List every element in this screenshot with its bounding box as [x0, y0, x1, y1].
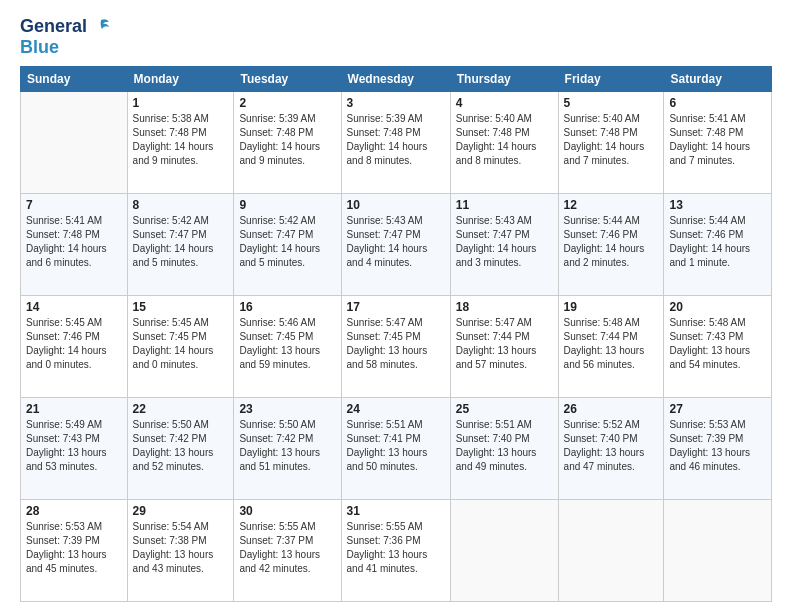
day-info: Sunrise: 5:49 AM Sunset: 7:43 PM Dayligh… [26, 418, 122, 474]
col-header-thursday: Thursday [450, 66, 558, 91]
day-info: Sunrise: 5:55 AM Sunset: 7:36 PM Dayligh… [347, 520, 445, 576]
day-cell: 23Sunrise: 5:50 AM Sunset: 7:42 PM Dayli… [234, 397, 341, 499]
day-cell: 9Sunrise: 5:42 AM Sunset: 7:47 PM Daylig… [234, 193, 341, 295]
day-number: 30 [239, 504, 335, 518]
day-number: 10 [347, 198, 445, 212]
day-cell: 30Sunrise: 5:55 AM Sunset: 7:37 PM Dayli… [234, 499, 341, 601]
day-info: Sunrise: 5:41 AM Sunset: 7:48 PM Dayligh… [26, 214, 122, 270]
day-info: Sunrise: 5:39 AM Sunset: 7:48 PM Dayligh… [239, 112, 335, 168]
day-number: 3 [347, 96, 445, 110]
day-number: 6 [669, 96, 766, 110]
logo-general: General [20, 17, 87, 37]
day-cell: 29Sunrise: 5:54 AM Sunset: 7:38 PM Dayli… [127, 499, 234, 601]
day-number: 4 [456, 96, 553, 110]
day-info: Sunrise: 5:51 AM Sunset: 7:40 PM Dayligh… [456, 418, 553, 474]
day-cell [21, 91, 128, 193]
col-header-friday: Friday [558, 66, 664, 91]
day-info: Sunrise: 5:47 AM Sunset: 7:44 PM Dayligh… [456, 316, 553, 372]
day-info: Sunrise: 5:55 AM Sunset: 7:37 PM Dayligh… [239, 520, 335, 576]
day-cell: 6Sunrise: 5:41 AM Sunset: 7:48 PM Daylig… [664, 91, 772, 193]
day-info: Sunrise: 5:40 AM Sunset: 7:48 PM Dayligh… [456, 112, 553, 168]
day-number: 13 [669, 198, 766, 212]
day-cell: 12Sunrise: 5:44 AM Sunset: 7:46 PM Dayli… [558, 193, 664, 295]
day-cell: 18Sunrise: 5:47 AM Sunset: 7:44 PM Dayli… [450, 295, 558, 397]
day-cell: 28Sunrise: 5:53 AM Sunset: 7:39 PM Dayli… [21, 499, 128, 601]
day-number: 31 [347, 504, 445, 518]
day-info: Sunrise: 5:47 AM Sunset: 7:45 PM Dayligh… [347, 316, 445, 372]
day-cell: 24Sunrise: 5:51 AM Sunset: 7:41 PM Dayli… [341, 397, 450, 499]
week-row-2: 14Sunrise: 5:45 AM Sunset: 7:46 PM Dayli… [21, 295, 772, 397]
day-info: Sunrise: 5:53 AM Sunset: 7:39 PM Dayligh… [26, 520, 122, 576]
day-cell: 19Sunrise: 5:48 AM Sunset: 7:44 PM Dayli… [558, 295, 664, 397]
day-cell [664, 499, 772, 601]
day-cell: 17Sunrise: 5:47 AM Sunset: 7:45 PM Dayli… [341, 295, 450, 397]
day-number: 15 [133, 300, 229, 314]
day-info: Sunrise: 5:54 AM Sunset: 7:38 PM Dayligh… [133, 520, 229, 576]
day-cell: 10Sunrise: 5:43 AM Sunset: 7:47 PM Dayli… [341, 193, 450, 295]
day-number: 20 [669, 300, 766, 314]
col-header-monday: Monday [127, 66, 234, 91]
week-row-4: 28Sunrise: 5:53 AM Sunset: 7:39 PM Dayli… [21, 499, 772, 601]
col-header-tuesday: Tuesday [234, 66, 341, 91]
day-number: 22 [133, 402, 229, 416]
day-cell: 7Sunrise: 5:41 AM Sunset: 7:48 PM Daylig… [21, 193, 128, 295]
day-info: Sunrise: 5:53 AM Sunset: 7:39 PM Dayligh… [669, 418, 766, 474]
day-number: 8 [133, 198, 229, 212]
header-row: SundayMondayTuesdayWednesdayThursdayFrid… [21, 66, 772, 91]
day-cell: 3Sunrise: 5:39 AM Sunset: 7:48 PM Daylig… [341, 91, 450, 193]
day-cell: 31Sunrise: 5:55 AM Sunset: 7:36 PM Dayli… [341, 499, 450, 601]
day-info: Sunrise: 5:41 AM Sunset: 7:48 PM Dayligh… [669, 112, 766, 168]
day-number: 12 [564, 198, 659, 212]
day-cell [558, 499, 664, 601]
day-number: 26 [564, 402, 659, 416]
day-cell: 2Sunrise: 5:39 AM Sunset: 7:48 PM Daylig… [234, 91, 341, 193]
day-cell [450, 499, 558, 601]
col-header-sunday: Sunday [21, 66, 128, 91]
day-info: Sunrise: 5:42 AM Sunset: 7:47 PM Dayligh… [133, 214, 229, 270]
day-info: Sunrise: 5:51 AM Sunset: 7:41 PM Dayligh… [347, 418, 445, 474]
day-number: 29 [133, 504, 229, 518]
header: General Blue [20, 16, 772, 58]
day-number: 18 [456, 300, 553, 314]
day-number: 9 [239, 198, 335, 212]
day-info: Sunrise: 5:48 AM Sunset: 7:44 PM Dayligh… [564, 316, 659, 372]
day-cell: 14Sunrise: 5:45 AM Sunset: 7:46 PM Dayli… [21, 295, 128, 397]
day-cell: 27Sunrise: 5:53 AM Sunset: 7:39 PM Dayli… [664, 397, 772, 499]
day-number: 21 [26, 402, 122, 416]
day-number: 25 [456, 402, 553, 416]
day-info: Sunrise: 5:44 AM Sunset: 7:46 PM Dayligh… [669, 214, 766, 270]
week-row-1: 7Sunrise: 5:41 AM Sunset: 7:48 PM Daylig… [21, 193, 772, 295]
day-info: Sunrise: 5:48 AM Sunset: 7:43 PM Dayligh… [669, 316, 766, 372]
day-info: Sunrise: 5:42 AM Sunset: 7:47 PM Dayligh… [239, 214, 335, 270]
day-cell: 5Sunrise: 5:40 AM Sunset: 7:48 PM Daylig… [558, 91, 664, 193]
day-cell: 4Sunrise: 5:40 AM Sunset: 7:48 PM Daylig… [450, 91, 558, 193]
day-cell: 13Sunrise: 5:44 AM Sunset: 7:46 PM Dayli… [664, 193, 772, 295]
logo-bird-icon [89, 16, 111, 38]
day-info: Sunrise: 5:52 AM Sunset: 7:40 PM Dayligh… [564, 418, 659, 474]
day-number: 2 [239, 96, 335, 110]
day-cell: 21Sunrise: 5:49 AM Sunset: 7:43 PM Dayli… [21, 397, 128, 499]
day-number: 17 [347, 300, 445, 314]
day-number: 16 [239, 300, 335, 314]
day-cell: 15Sunrise: 5:45 AM Sunset: 7:45 PM Dayli… [127, 295, 234, 397]
day-cell: 1Sunrise: 5:38 AM Sunset: 7:48 PM Daylig… [127, 91, 234, 193]
day-info: Sunrise: 5:40 AM Sunset: 7:48 PM Dayligh… [564, 112, 659, 168]
day-number: 28 [26, 504, 122, 518]
day-number: 5 [564, 96, 659, 110]
page: General Blue SundayMondayTuesdayWednesda… [0, 0, 792, 612]
day-info: Sunrise: 5:43 AM Sunset: 7:47 PM Dayligh… [456, 214, 553, 270]
day-cell: 8Sunrise: 5:42 AM Sunset: 7:47 PM Daylig… [127, 193, 234, 295]
logo: General Blue [20, 16, 111, 58]
day-info: Sunrise: 5:44 AM Sunset: 7:46 PM Dayligh… [564, 214, 659, 270]
day-number: 14 [26, 300, 122, 314]
day-cell: 25Sunrise: 5:51 AM Sunset: 7:40 PM Dayli… [450, 397, 558, 499]
day-info: Sunrise: 5:45 AM Sunset: 7:45 PM Dayligh… [133, 316, 229, 372]
day-cell: 16Sunrise: 5:46 AM Sunset: 7:45 PM Dayli… [234, 295, 341, 397]
day-number: 7 [26, 198, 122, 212]
day-cell: 22Sunrise: 5:50 AM Sunset: 7:42 PM Dayli… [127, 397, 234, 499]
logo-blue: Blue [20, 38, 59, 58]
day-number: 27 [669, 402, 766, 416]
day-number: 19 [564, 300, 659, 314]
day-info: Sunrise: 5:43 AM Sunset: 7:47 PM Dayligh… [347, 214, 445, 270]
day-info: Sunrise: 5:39 AM Sunset: 7:48 PM Dayligh… [347, 112, 445, 168]
